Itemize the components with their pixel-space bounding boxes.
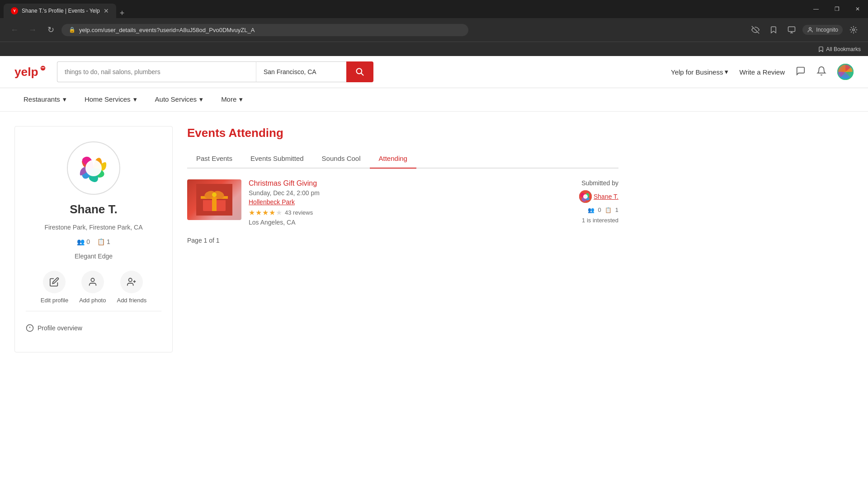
profile-actions: Edit profile Add photo (41, 271, 146, 304)
minimize-button[interactable]: — (806, 0, 826, 18)
event-city: Los Angeles, CA (249, 219, 548, 226)
browser-chrome: Y Shane T.'s Profile | Events - Yelp ✕ +… (0, 0, 868, 56)
event-card: Christmas Gift Giving Sunday, Dec 24, 2:… (187, 179, 618, 226)
browser-tab[interactable]: Y Shane T.'s Profile | Events - Yelp ✕ (4, 4, 116, 18)
profile-divider (26, 311, 161, 311)
address-url: yelp.com/user_details_events?userid=A8uJ… (79, 27, 255, 33)
yelp-page: yelp Yelp for Business ▾ Write a Re (0, 56, 868, 488)
edit-profile-icon (43, 271, 66, 293)
svg-rect-1 (788, 27, 795, 32)
chevron-down-icon: ▾ (133, 95, 137, 103)
event-name-link[interactable]: Christmas Gift Giving (249, 179, 317, 187)
submitted-label: Submitted by (555, 179, 618, 187)
svg-point-7 (41, 66, 46, 70)
forward-button[interactable]: → (25, 23, 40, 37)
browser-toolbar: ← → ↻ 🔒 yelp.com/user_details_events?use… (0, 18, 868, 42)
all-bookmarks-button[interactable]: All Bookmarks (818, 46, 861, 52)
new-tab-button[interactable]: + (116, 9, 128, 18)
search-button[interactable] (346, 61, 373, 82)
nav-item-home-services[interactable]: Home Services ▾ (75, 88, 146, 112)
tab-events-submitted[interactable]: Events Submitted (241, 149, 313, 169)
bookmark-icon[interactable] (766, 23, 781, 37)
svg-point-30 (583, 194, 588, 199)
svg-point-15 (129, 278, 132, 282)
address-bar[interactable]: 🔒 yelp.com/user_details_events?userid=A8… (61, 24, 468, 36)
reviews-icon: 📋 (97, 238, 105, 245)
nav-item-more[interactable]: More ▾ (212, 88, 252, 112)
main-content: Shane T. Firestone Park, Firestone Park,… (0, 112, 633, 367)
profile-stats: 👥 0 📋 1 (77, 238, 110, 245)
tab-attending[interactable]: Attending (370, 149, 416, 169)
search-form (57, 61, 373, 82)
extensions-icon[interactable] (846, 23, 861, 37)
svg-point-9 (43, 67, 44, 69)
add-friends-icon (120, 271, 143, 293)
interested-count: 1 is interested (555, 217, 618, 224)
profile-overview-link[interactable]: Profile overview (26, 319, 161, 338)
svg-point-14 (91, 278, 94, 282)
toolbar-right: Incognito (748, 23, 861, 37)
submitter-reviews-icon: 📋 (605, 207, 612, 213)
events-title: Events Attending (187, 126, 618, 140)
bookmarks-bar: All Bookmarks (0, 42, 868, 56)
favicon: Y (11, 7, 18, 14)
tab-past-events[interactable]: Past Events (187, 149, 241, 169)
star-3: ★ (262, 208, 269, 217)
profile-icon[interactable] (784, 23, 799, 37)
star-2: ★ (255, 208, 262, 217)
nav-item-auto-services[interactable]: Auto Services ▾ (146, 88, 212, 112)
notifications-icon[interactable] (816, 66, 826, 78)
svg-point-8 (42, 67, 43, 69)
event-date: Sunday, Dec 24, 2:00 pm (249, 189, 548, 197)
star-1: ★ (249, 208, 255, 217)
add-photo-action[interactable]: Add photo (79, 271, 106, 304)
reload-button[interactable]: ↻ (43, 23, 58, 37)
yelp-for-business-link[interactable]: Yelp for Business ▾ (671, 68, 728, 76)
incognito-badge: Incognito (802, 25, 843, 35)
submitter-name-link[interactable]: Shane T. (594, 193, 618, 200)
chevron-down-icon: ▾ (239, 95, 243, 103)
close-button[interactable]: ✕ (847, 0, 868, 18)
add-friends-action[interactable]: Add friends (117, 271, 146, 304)
submitter-stats: 👥 0 📋 1 (555, 206, 618, 213)
tab-sounds-cool[interactable]: Sounds Cool (313, 149, 370, 169)
submitter-info: Shane T. (555, 190, 618, 203)
tab-title: Shane T.'s Profile | Events - Yelp (22, 8, 100, 14)
review-count: 43 reviews (285, 209, 313, 216)
write-review-link[interactable]: Write a Review (739, 68, 785, 76)
svg-text:yelp: yelp (14, 65, 38, 79)
event-venue-link[interactable]: Hollenbeck Park (249, 198, 548, 206)
yelp-logo[interactable]: yelp (14, 65, 46, 79)
profile-name: Shane T. (70, 202, 117, 216)
user-avatar-header[interactable] (837, 64, 854, 80)
pagination: Page 1 of 1 (187, 237, 618, 244)
add-friends-label: Add friends (117, 297, 146, 304)
reviews-stat: 📋 1 (97, 238, 110, 245)
profile-tagline: Elegant Edge (75, 253, 113, 260)
events-content: Events Attending Past Events Events Subm… (173, 126, 618, 352)
submitter-avatar (579, 190, 592, 203)
eye-slash-icon[interactable] (748, 23, 763, 37)
edit-profile-label: Edit profile (41, 297, 68, 304)
maximize-button[interactable]: ❐ (826, 0, 847, 18)
star-5: ★ (276, 208, 282, 217)
chevron-down-icon: ▾ (725, 68, 728, 76)
nav-item-restaurants[interactable]: Restaurants ▾ (14, 88, 75, 112)
location-input[interactable] (256, 61, 346, 82)
yelp-nav: Restaurants ▾ Home Services ▾ Auto Servi… (0, 88, 868, 112)
profile-avatar (66, 141, 121, 195)
submitter-reviews-count: 1 (615, 206, 618, 213)
profile-sidebar: Shane T. Firestone Park, Firestone Park,… (14, 126, 173, 352)
edit-profile-action[interactable]: Edit profile (41, 271, 68, 304)
close-tab-icon[interactable]: ✕ (104, 7, 109, 14)
star-rating: ★ ★ ★ ★ ★ 43 reviews (249, 208, 548, 217)
event-image (187, 179, 241, 220)
back-button[interactable]: ← (7, 23, 22, 37)
svg-point-5 (853, 29, 855, 31)
add-photo-icon (81, 271, 104, 293)
events-tabs: Past Events Events Submitted Sounds Cool… (187, 149, 618, 169)
messages-icon[interactable] (796, 66, 806, 78)
submitted-section: Submitted by (555, 179, 618, 226)
submitter-friends-icon: 👥 (588, 207, 594, 213)
search-input[interactable] (57, 61, 256, 82)
